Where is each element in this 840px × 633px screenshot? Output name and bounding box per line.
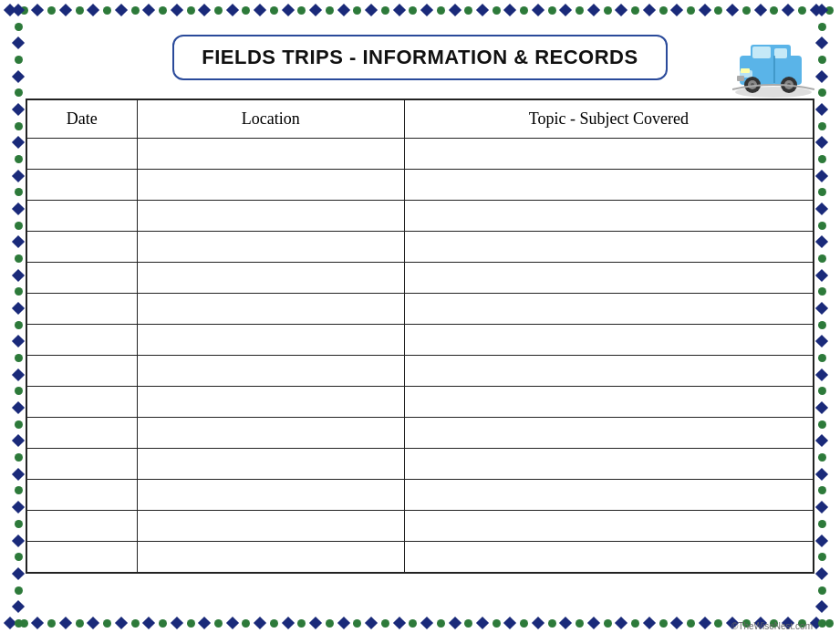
table-cell-4-0[interactable]: [27, 263, 138, 294]
table-cell-10-0[interactable]: [27, 449, 138, 480]
table-cell-2-0[interactable]: [27, 201, 138, 232]
border-dot: [815, 534, 828, 546]
table-cell-10-2[interactable]: [404, 449, 813, 480]
table-row[interactable]: [27, 263, 814, 294]
border-dot: [131, 619, 140, 628]
table-cell-8-0[interactable]: [27, 387, 138, 418]
border-dot: [171, 617, 183, 629]
table-row[interactable]: [27, 170, 814, 201]
border-dot: [381, 6, 389, 15]
table-cell-11-2[interactable]: [404, 480, 813, 511]
table-cell-2-2[interactable]: [404, 201, 813, 232]
table-row[interactable]: [27, 232, 814, 263]
border-dot: [12, 235, 25, 248]
top-border: [5, 5, 835, 15]
table-cell-8-2[interactable]: [404, 387, 813, 418]
border-dot: [818, 287, 826, 296]
border-dot: [365, 617, 378, 629]
table-row[interactable]: [27, 356, 814, 387]
table-cell-11-1[interactable]: [137, 480, 404, 511]
table-row[interactable]: [27, 387, 814, 418]
border-dot: [670, 4, 683, 16]
border-dot: [464, 6, 472, 15]
border-dot: [12, 534, 25, 546]
table-row[interactable]: [27, 294, 814, 325]
border-dot: [409, 6, 417, 15]
table-cell-12-0[interactable]: [27, 511, 138, 542]
table-cell-1-1[interactable]: [137, 170, 404, 201]
table-cell-12-1[interactable]: [137, 511, 404, 542]
table-cell-13-1[interactable]: [137, 542, 404, 573]
table-cell-10-1[interactable]: [137, 449, 404, 480]
border-dot: [818, 486, 826, 494]
table-cell-0-2[interactable]: [404, 139, 813, 170]
table-cell-6-0[interactable]: [27, 325, 138, 356]
border-dot: [587, 4, 600, 16]
table-cell-3-2[interactable]: [404, 232, 813, 263]
border-dot: [12, 368, 25, 381]
border-dot: [587, 617, 600, 629]
table-cell-0-0[interactable]: [27, 139, 138, 170]
border-dot: [503, 617, 516, 629]
table-row[interactable]: [27, 449, 814, 480]
border-dot: [309, 4, 322, 16]
table-cell-6-1[interactable]: [137, 325, 404, 356]
table-row[interactable]: [27, 480, 814, 511]
border-dot: [576, 6, 584, 15]
table-cell-0-1[interactable]: [137, 139, 404, 170]
table-cell-8-1[interactable]: [137, 387, 404, 418]
border-dot: [4, 4, 16, 16]
table-cell-1-2[interactable]: [404, 170, 813, 201]
border-dot: [815, 401, 828, 414]
table-cell-4-1[interactable]: [137, 263, 404, 294]
table-cell-7-1[interactable]: [137, 356, 404, 387]
table-row[interactable]: [27, 511, 814, 542]
table-row[interactable]: [27, 139, 814, 170]
table-cell-5-2[interactable]: [404, 294, 813, 325]
table-cell-5-1[interactable]: [137, 294, 404, 325]
table-cell-6-2[interactable]: [404, 325, 813, 356]
border-dot: [159, 619, 167, 628]
table-cell-3-1[interactable]: [137, 232, 404, 263]
table-cell-4-2[interactable]: [404, 263, 813, 294]
border-dot: [59, 4, 72, 16]
table-cell-7-2[interactable]: [404, 356, 813, 387]
table-cell-11-0[interactable]: [27, 480, 138, 511]
border-dot: [659, 619, 668, 628]
table-cell-3-0[interactable]: [27, 232, 138, 263]
table-cell-13-2[interactable]: [404, 542, 813, 573]
border-dot: [87, 4, 99, 16]
border-dot: [12, 501, 25, 514]
border-dot: [15, 222, 23, 230]
border-dot: [76, 619, 84, 628]
border-dot: [742, 6, 751, 15]
table-cell-5-0[interactable]: [27, 294, 138, 325]
border-dot: [818, 387, 826, 395]
table-cell-9-1[interactable]: [137, 418, 404, 449]
table-cell-1-0[interactable]: [27, 170, 138, 201]
border-dot: [576, 619, 584, 628]
table-cell-9-0[interactable]: [27, 418, 138, 449]
border-dot: [714, 6, 722, 15]
table-cell-13-0[interactable]: [27, 542, 138, 573]
border-dot: [532, 4, 544, 16]
border-dot: [448, 617, 461, 629]
table-cell-2-1[interactable]: [137, 201, 404, 232]
table-row[interactable]: [27, 542, 814, 573]
table-row[interactable]: [27, 418, 814, 449]
border-dot: [493, 619, 501, 628]
border-dot: [15, 88, 23, 97]
border-dot: [409, 619, 417, 628]
data-table: Date Location Topic - Subject Covered: [26, 99, 814, 573]
table-row[interactable]: [27, 201, 814, 232]
border-dot: [12, 434, 25, 447]
svg-rect-7: [741, 68, 750, 73]
border-dot: [187, 619, 195, 628]
table-cell-12-2[interactable]: [404, 511, 813, 542]
border-dot: [726, 4, 739, 16]
border-dot: [103, 6, 111, 15]
table-cell-7-0[interactable]: [27, 356, 138, 387]
table-row[interactable]: [27, 325, 814, 356]
table-cell-9-2[interactable]: [404, 418, 813, 449]
border-dot: [699, 4, 711, 16]
